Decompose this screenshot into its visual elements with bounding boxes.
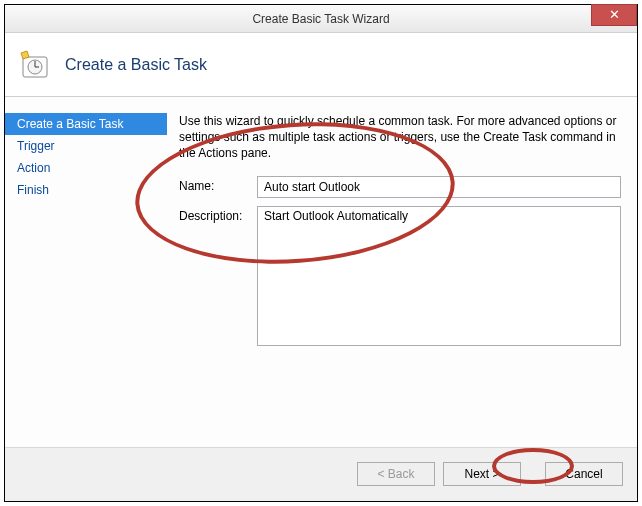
step-create-basic-task[interactable]: Create a Basic Task xyxy=(5,113,167,135)
wizard-footer: < Back Next > Cancel xyxy=(5,447,637,499)
description-input[interactable] xyxy=(257,206,621,346)
wizard-icon xyxy=(19,49,51,81)
back-button[interactable]: < Back xyxy=(357,462,435,486)
wizard-window: Create Basic Task Wizard ✕ Create a Basi… xyxy=(4,4,638,502)
description-label: Description: xyxy=(179,206,257,346)
header: Create a Basic Task xyxy=(5,33,637,97)
wizard-main: Use this wizard to quickly schedule a co… xyxy=(167,97,637,447)
name-row: Name: xyxy=(179,176,621,198)
intro-text: Use this wizard to quickly schedule a co… xyxy=(179,113,621,162)
titlebar: Create Basic Task Wizard ✕ xyxy=(5,5,637,33)
name-input[interactable] xyxy=(257,176,621,198)
step-label: Finish xyxy=(17,183,49,197)
svg-marker-4 xyxy=(21,51,29,59)
step-finish[interactable]: Finish xyxy=(5,179,167,201)
next-button[interactable]: Next > xyxy=(443,462,521,486)
name-label: Name: xyxy=(179,176,257,198)
step-trigger[interactable]: Trigger xyxy=(5,135,167,157)
close-icon: ✕ xyxy=(609,7,620,22)
step-label: Action xyxy=(17,161,50,175)
step-label: Trigger xyxy=(17,139,55,153)
close-button[interactable]: ✕ xyxy=(591,4,637,26)
wizard-steps-sidebar: Create a Basic Task Trigger Action Finis… xyxy=(5,97,167,447)
step-label: Create a Basic Task xyxy=(17,117,124,131)
wizard-body: Create a Basic Task Trigger Action Finis… xyxy=(5,97,637,447)
cancel-button[interactable]: Cancel xyxy=(545,462,623,486)
window-title: Create Basic Task Wizard xyxy=(252,12,389,26)
step-action[interactable]: Action xyxy=(5,157,167,179)
description-row: Description: xyxy=(179,206,621,346)
page-title: Create a Basic Task xyxy=(65,56,207,74)
